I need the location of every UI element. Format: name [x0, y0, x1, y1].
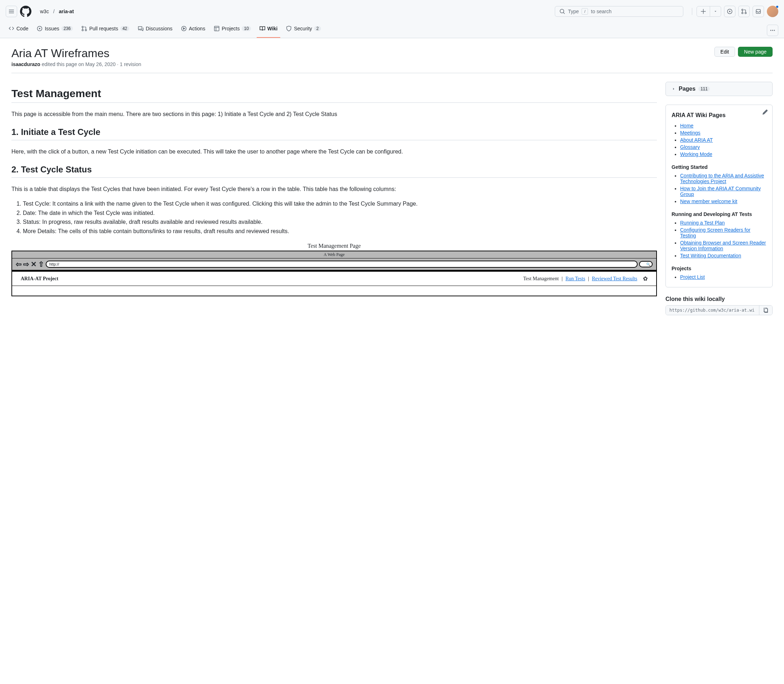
- sidebar-link[interactable]: Home: [680, 123, 693, 129]
- tab-issues-count: 236: [61, 26, 73, 31]
- pull-requests-button[interactable]: [738, 6, 750, 17]
- project-icon: [214, 26, 219, 31]
- sidebar-link[interactable]: Test Writing Documentation: [680, 253, 741, 258]
- forward-arrow-icon: ⇨: [23, 260, 29, 268]
- copy-button[interactable]: [759, 306, 772, 315]
- list-item: Configuring Screen Readers for Testing: [680, 227, 766, 239]
- breadcrumb-owner-link[interactable]: w3c: [37, 7, 52, 16]
- sidebar-subheading: Getting Started: [671, 164, 766, 170]
- pages-count: 111: [699, 86, 710, 91]
- clone-section: Clone this wiki locally: [665, 296, 773, 315]
- tab-actions[interactable]: Actions: [178, 23, 208, 38]
- content-h2b: 2. Test Cycle Status: [11, 165, 657, 178]
- discussion-icon: [138, 26, 144, 31]
- avatar-wrapper[interactable]: [767, 6, 778, 17]
- sidebar-card: ARIA AT Wiki Pages Home Meetings About A…: [665, 105, 773, 287]
- app-header: w3c / aria-at Type / to search: [0, 0, 784, 23]
- wireframe-nav-link: Reviewed Test Results: [592, 276, 637, 282]
- svg-point-8: [82, 30, 83, 31]
- sidebar-link[interactable]: Glossary: [680, 144, 700, 150]
- svg-point-6: [39, 28, 40, 29]
- wireframe-search: 🔍: [639, 261, 653, 268]
- list-item: Contributing to the ARIA and Assistive T…: [680, 173, 766, 184]
- sidebar-link[interactable]: Working Mode: [680, 152, 712, 157]
- separator: |: [561, 276, 563, 282]
- list-item: Test Writing Documentation: [680, 253, 766, 258]
- sidebar-links-running: Running a Test Plan Configuring Screen R…: [671, 220, 766, 258]
- hamburger-menu-button[interactable]: [6, 6, 17, 17]
- list-item: Date: The date in which the Test Cycle w…: [23, 208, 657, 218]
- issues-button[interactable]: [724, 6, 736, 17]
- github-logo-link[interactable]: [20, 6, 31, 17]
- tab-security[interactable]: Security 2: [283, 23, 323, 38]
- github-icon: [20, 6, 31, 17]
- tab-projects[interactable]: Projects 10: [211, 23, 254, 38]
- svg-point-4: [745, 13, 747, 14]
- svg-rect-11: [214, 26, 219, 31]
- list-item: Obtaining Browser and Screen Reader Vers…: [680, 240, 766, 251]
- new-page-button[interactable]: New page: [738, 47, 773, 57]
- close-icon: ✕: [31, 260, 37, 268]
- wiki-author-link[interactable]: isaacdurazo: [11, 61, 40, 67]
- gear-icon: ✿: [643, 275, 648, 282]
- sidebar-link[interactable]: Meetings: [680, 130, 700, 136]
- edit-button[interactable]: Edit: [715, 47, 735, 57]
- plus-icon: [697, 6, 710, 16]
- sidebar-link[interactable]: Project List: [680, 274, 705, 280]
- list-item: Status: In progress, raw results availab…: [23, 218, 657, 227]
- edit-sidebar-button[interactable]: [762, 109, 768, 115]
- tab-wiki[interactable]: Wiki: [257, 23, 281, 38]
- sidebar-link[interactable]: Contributing to the ARIA and Assistive T…: [680, 173, 764, 184]
- svg-point-2: [742, 9, 743, 11]
- breadcrumb-repo-link[interactable]: aria-at: [56, 7, 77, 16]
- caret-down-icon: [710, 6, 721, 16]
- sidebar-link[interactable]: How to Join the ARIA AT Community Group: [680, 186, 761, 197]
- wiki-meta: isaacdurazo edited this page on May 26, …: [11, 61, 773, 67]
- search-icon: [560, 8, 565, 14]
- list-item: About ARIA AT: [680, 137, 766, 143]
- pages-toggle[interactable]: Pages 111: [665, 82, 773, 96]
- user-avatar: [767, 6, 778, 17]
- clone-url-input[interactable]: [666, 306, 759, 315]
- svg-point-13: [772, 30, 773, 31]
- wireframe-nav-current: Test Management: [523, 276, 559, 282]
- tab-pull-requests[interactable]: Pull requests 42: [79, 23, 132, 38]
- wireframe-nav: ARIA-AT Project Test Management | Run Te…: [12, 272, 656, 286]
- code-icon: [8, 26, 14, 31]
- notifications-button[interactable]: [753, 6, 764, 17]
- clone-title: Clone this wiki locally: [665, 296, 773, 302]
- tab-pulls-count: 42: [120, 26, 129, 31]
- svg-point-9: [85, 30, 86, 31]
- search-button[interactable]: Type / to search: [555, 6, 683, 17]
- pr-icon: [81, 26, 87, 31]
- tab-projects-label: Projects: [222, 26, 240, 31]
- svg-point-1: [729, 11, 731, 12]
- wiki-content: Test Management This page is accessible …: [11, 82, 657, 315]
- sidebar-link[interactable]: New member welcome kit: [680, 198, 737, 204]
- wireframe-browser: A Web Page ⇦ ⇨ ✕ ⇧ http:// 🔍 ARIA-AT Pro…: [11, 251, 657, 296]
- content-ol: Test Cycle: It contains a link with the …: [11, 199, 657, 236]
- tab-security-label: Security: [294, 26, 312, 31]
- page-content: Aria AT Wireframes Edit New page isaacdu…: [0, 38, 784, 324]
- sidebar-links-gs: Contributing to the ARIA and Assistive T…: [671, 173, 766, 204]
- content-h2a: 1. Initiate a Test Cycle: [11, 127, 657, 140]
- tab-issues[interactable]: Issues 236: [34, 23, 76, 38]
- home-icon: ⇧: [38, 260, 44, 268]
- list-item: Test Cycle: It contains a link with the …: [23, 199, 657, 208]
- hamburger-icon: [8, 8, 14, 14]
- sidebar-link[interactable]: Running a Test Plan: [680, 220, 725, 226]
- create-new-dropdown[interactable]: [697, 6, 721, 17]
- tab-discussions[interactable]: Discussions: [135, 23, 175, 38]
- overflow-menu-button[interactable]: [767, 25, 778, 36]
- issues-icon: [37, 26, 42, 31]
- sidebar-link[interactable]: Configuring Screen Readers for Testing: [680, 227, 750, 239]
- list-item: Project List: [680, 274, 766, 280]
- triangle-right-icon: [671, 87, 676, 91]
- wireframe-nav-links: Test Management | Run Tests | Reviewed T…: [523, 275, 648, 282]
- wiki-header: Aria AT Wireframes Edit New page: [11, 47, 773, 60]
- sidebar-link[interactable]: Obtaining Browser and Screen Reader Vers…: [680, 240, 766, 251]
- tab-code[interactable]: Code: [6, 23, 31, 38]
- list-item: More Details: The cells of this table co…: [23, 227, 657, 236]
- sidebar-link[interactable]: About ARIA AT: [680, 137, 713, 143]
- list-item: Working Mode: [680, 152, 766, 157]
